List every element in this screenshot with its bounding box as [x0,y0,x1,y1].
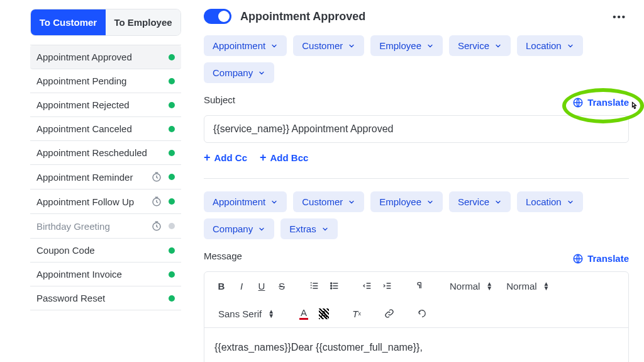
sidebar-item-label: Appointment Follow Up [36,196,134,207]
notification-list: Appointment ApprovedAppointment PendingA… [30,45,181,310]
status-dot [169,295,175,302]
italic-button[interactable]: I [233,277,250,295]
sidebar-item-appointment-canceled[interactable]: Appointment Canceled [30,117,181,141]
main-panel: Appointment Approved ••• AppointmentCust… [195,0,644,362]
outdent-button[interactable] [359,277,375,295]
size-select[interactable]: Normal▲▼ [501,281,554,291]
placeholder-chip-location[interactable]: Location [517,191,583,212]
status-dot [169,102,175,108]
sidebar-item-appointment-rescheduled[interactable]: Appointment Rescheduled [30,141,181,165]
chip-label: Extras [289,223,316,234]
message-body[interactable]: {{extras_names}}Dear {{customer_full_nam… [204,328,628,362]
sidebar-item-appointment-reminder[interactable]: Appointment Reminder [30,165,181,189]
tab-to-employee[interactable]: To Employee [106,9,180,35]
sidebar: To Customer To Employee Appointment Appr… [0,0,195,362]
sidebar-item-label: Password Reset [36,293,105,303]
bold-button[interactable]: B [213,277,230,295]
heading-select[interactable]: Normal▲▼ [445,281,497,291]
link-button[interactable] [381,305,397,322]
page-title: Appointment Approved [240,10,365,23]
subject-placeholder-chips: AppointmentCustomerEmployeeServiceLocati… [204,35,629,83]
sidebar-item-appointment-follow-up[interactable]: Appointment Follow Up [30,189,181,214]
sidebar-item-appointment-rejected[interactable]: Appointment Rejected [30,93,181,117]
status-dot [169,126,175,132]
placeholder-chip-customer[interactable]: Customer [293,191,364,212]
placeholder-chip-appointment[interactable]: Appointment [204,191,287,212]
recipient-tabs: To Customer To Employee [30,9,181,36]
sidebar-item-label: Birthday Greeting [36,221,110,232]
updown-icon: ▲▼ [543,281,550,290]
strike-button[interactable]: S [274,277,290,295]
sidebar-item-label: Appointment Pending [36,76,126,86]
svg-point-6 [331,285,332,286]
subject-input[interactable] [204,115,629,143]
placeholder-chip-customer[interactable]: Customer [293,35,364,56]
highlight-color-button[interactable]: A [316,305,332,322]
sidebar-item-label: Appointment Rescheduled [36,147,147,158]
sidebar-item-password-reset[interactable]: Password Reset [30,286,181,310]
more-menu-icon[interactable]: ••• [610,11,629,22]
tab-to-customer[interactable]: To Customer [31,9,106,35]
text-color-button[interactable]: A [296,305,312,322]
chip-label: Service [458,196,489,207]
underline-button[interactable]: U [253,277,270,295]
status-dot [169,223,175,229]
font-select[interactable]: Sans Serif▲▼ [213,308,279,319]
chip-label: Appointment [213,40,265,51]
svg-point-5 [331,283,332,284]
placeholder-chip-employee[interactable]: Employee [370,35,443,56]
clear-format-button[interactable]: Tx [348,305,365,322]
chip-label: Service [458,40,489,51]
chevron-down-icon [426,42,434,50]
placeholder-chip-company[interactable]: Company [204,218,274,239]
sidebar-item-label: Appointment Reminder [36,172,133,183]
timer-icon [151,220,162,232]
placeholder-chip-company[interactable]: Company [204,62,274,83]
placeholder-chip-service[interactable]: Service [449,35,511,56]
chevron-down-icon [321,225,329,233]
translate-subject-button[interactable]: Translate [572,97,629,108]
placeholder-chip-employee[interactable]: Employee [370,191,443,212]
sidebar-item-label: Appointment Approved [36,52,132,62]
translate-message-button[interactable]: Translate [572,253,629,264]
sidebar-item-appointment-approved[interactable]: Appointment Approved [30,45,181,69]
sidebar-item-label: Coupon Code [36,245,95,256]
svg-point-7 [331,288,332,289]
chevron-down-icon [270,42,278,50]
placeholder-chip-location[interactable]: Location [517,35,583,56]
plus-icon: + [260,152,267,163]
chevron-down-icon [258,69,265,77]
chevron-down-icon [567,42,574,50]
sidebar-item-label: Appointment Canceled [36,123,132,134]
globe-icon [572,253,584,264]
placeholder-chip-extras[interactable]: Extras [280,218,338,239]
globe-icon [572,97,584,108]
timer-icon [151,196,162,207]
divider [204,178,629,179]
subject-label: Subject [204,94,235,105]
placeholder-chip-appointment[interactable]: Appointment [204,35,287,56]
chip-label: Employee [379,40,421,51]
status-dot [169,78,175,84]
add-cc-label: Add Cc [214,152,248,163]
unordered-list-button[interactable] [326,277,343,295]
enabled-toggle[interactable] [204,9,231,24]
ordered-list-button[interactable] [306,277,323,295]
editor-toolbar: B I U S Normal▲▼ Normal▲▼ Sans Serif▲▼ [204,272,628,328]
sidebar-item-appointment-pending[interactable]: Appointment Pending [30,69,181,93]
chevron-down-icon [258,225,265,233]
undo-button[interactable] [414,305,430,322]
message-editor: B I U S Normal▲▼ Normal▲▼ Sans Serif▲▼ [204,271,629,362]
indent-button[interactable] [379,277,396,295]
translate-subject-label: Translate [587,97,629,108]
sidebar-item-coupon-code[interactable]: Coupon Code [30,239,181,263]
add-cc-button[interactable]: +Add Cc [204,152,247,163]
placeholder-chip-service[interactable]: Service [449,191,511,212]
sidebar-item-appointment-invoice[interactable]: Appointment Invoice [30,263,181,286]
add-bcc-button[interactable]: +Add Bcc [260,152,308,163]
text-direction-button[interactable] [412,277,428,295]
plus-icon: + [204,152,211,163]
chip-label: Employee [379,196,421,207]
sidebar-item-birthday-greeting[interactable]: Birthday Greeting [30,214,181,239]
chip-label: Location [526,40,562,51]
